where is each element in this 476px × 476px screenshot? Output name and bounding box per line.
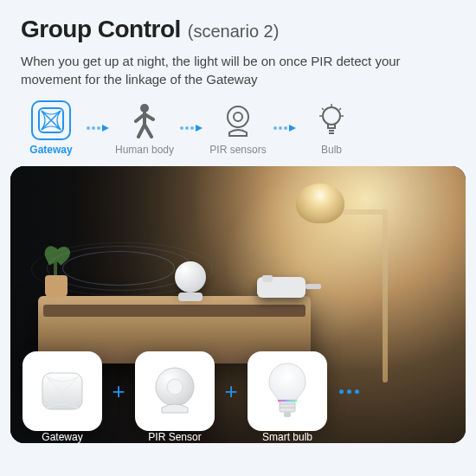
pir-tile-icon bbox=[146, 363, 203, 420]
pir-device-icon bbox=[175, 261, 209, 296]
flow-label: Gateway bbox=[29, 144, 72, 156]
page-title: Group Control bbox=[21, 16, 181, 43]
flow-label: Bulb bbox=[321, 144, 342, 156]
flow-arrow-icon bbox=[180, 125, 203, 132]
svg-rect-8 bbox=[280, 402, 295, 412]
svg-point-4 bbox=[323, 107, 340, 125]
bulb-tile-icon bbox=[259, 360, 316, 422]
tile-label: Gateway bbox=[23, 431, 102, 443]
bulb-icon bbox=[312, 100, 351, 140]
page-subtitle: (scenario 2) bbox=[188, 22, 280, 42]
flow-item-gateway: Gateway bbox=[21, 100, 81, 156]
scene-image: + + Gateway PIR Sensor Smart bulb bbox=[10, 166, 466, 443]
tile-bulb bbox=[248, 351, 327, 431]
svg-point-2 bbox=[228, 106, 248, 127]
svg-rect-9 bbox=[284, 412, 291, 417]
gateway-tile-icon bbox=[34, 363, 91, 420]
header: Group Control (scenario 2) bbox=[0, 0, 476, 48]
svg-point-3 bbox=[234, 113, 242, 121]
flow-diagram: Gateway Human body PIR sensors Bulb bbox=[0, 97, 476, 166]
tile-label: Smart bulb bbox=[248, 431, 327, 443]
flow-label: PIR sensors bbox=[209, 144, 266, 156]
tile-pir bbox=[135, 351, 215, 431]
flow-item-pir: PIR sensors bbox=[208, 100, 268, 156]
human-icon bbox=[125, 100, 164, 140]
plus-icon: + bbox=[109, 378, 128, 405]
svg-point-7 bbox=[167, 379, 183, 395]
product-tiles: + + bbox=[23, 351, 453, 431]
flow-item-bulb: Bulb bbox=[301, 100, 362, 156]
flow-arrow-icon bbox=[273, 125, 296, 132]
flow-label: Human body bbox=[115, 144, 174, 156]
tile-labels: Gateway PIR Sensor Smart bulb bbox=[23, 431, 453, 443]
gateway-icon bbox=[31, 100, 71, 140]
more-dots-icon bbox=[339, 389, 359, 394]
flow-arrow-icon bbox=[87, 125, 109, 132]
flow-item-human: Human body bbox=[114, 100, 175, 156]
description-text: When you get up at night, the light will… bbox=[0, 48, 476, 97]
gateway-device-icon bbox=[257, 277, 306, 298]
tile-gateway bbox=[23, 351, 102, 431]
tile-label: PIR Sensor bbox=[135, 431, 215, 443]
plus-icon: + bbox=[222, 378, 241, 405]
pir-icon bbox=[218, 100, 258, 140]
